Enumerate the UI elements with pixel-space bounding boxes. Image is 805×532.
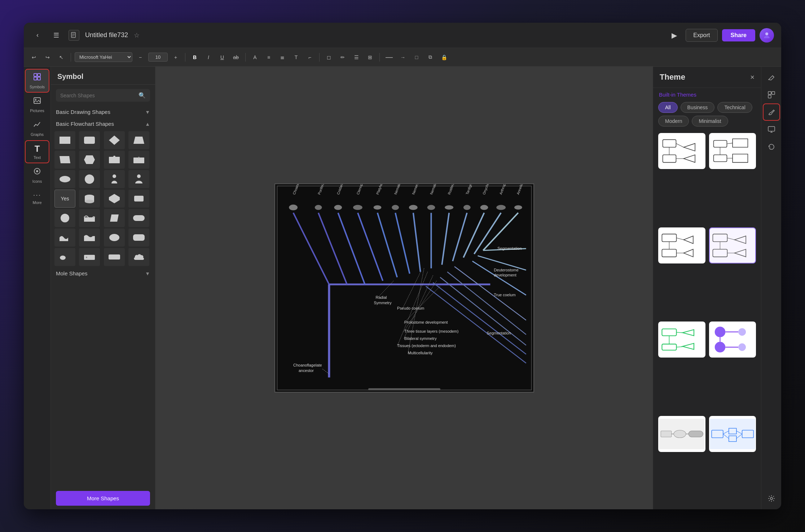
shape-rectangle[interactable]: [54, 131, 75, 149]
shape-small-dot[interactable]: [79, 248, 100, 266]
play-button[interactable]: ▶: [667, 28, 681, 43]
shape-person[interactable]: [104, 170, 125, 188]
edit-icon-btn[interactable]: [764, 70, 779, 85]
symbols-icon: [33, 72, 41, 83]
svg-marker-17: [60, 156, 70, 163]
theme-card-1[interactable]: [658, 133, 705, 169]
shape-wave2[interactable]: [54, 229, 75, 247]
svg-point-25: [113, 174, 116, 178]
share-button[interactable]: Share: [722, 29, 755, 41]
shape-circle[interactable]: [79, 170, 100, 188]
undo-button[interactable]: ↩: [28, 52, 40, 63]
basic-flowchart-title: Basic Flowchart Shapes: [56, 121, 114, 127]
search-box[interactable]: 🔍: [56, 89, 150, 102]
sidebar-item-icons[interactable]: Icons: [26, 164, 49, 186]
shape-trapezoid[interactable]: [128, 131, 149, 149]
font-decrease[interactable]: −: [135, 52, 146, 63]
shape-arrow-left[interactable]: [104, 190, 125, 208]
svg-text:True coelum: True coelum: [494, 293, 515, 297]
settings-icon-btn[interactable]: [764, 491, 779, 506]
shape-small-oval[interactable]: [54, 248, 75, 266]
font-size-input[interactable]: 10: [148, 53, 168, 62]
shape-bracket[interactable]: [128, 190, 149, 208]
sidebar-item-graphs[interactable]: Graphs: [26, 117, 49, 139]
filter-business[interactable]: Business: [681, 102, 715, 113]
shape-avatar[interactable]: [128, 170, 149, 188]
monitor-icon-btn[interactable]: [764, 121, 779, 137]
search-input[interactable]: [60, 93, 136, 98]
history-icon-btn[interactable]: [764, 139, 779, 155]
layout-icon-btn[interactable]: [764, 87, 779, 103]
theme-card-7[interactable]: [658, 416, 705, 452]
theme-close-button[interactable]: ×: [750, 73, 755, 81]
connector-button[interactable]: ⌐: [304, 52, 316, 63]
theme-card-6[interactable]: [709, 322, 756, 358]
filter-modern[interactable]: Modern: [658, 116, 689, 127]
theme-card-8[interactable]: [709, 416, 756, 452]
shape-fill-button[interactable]: □: [411, 52, 422, 63]
theme-card-2[interactable]: [709, 133, 756, 169]
shape-wave[interactable]: [79, 209, 100, 227]
shape-parallelogram[interactable]: [54, 151, 75, 169]
italic-button[interactable]: I: [203, 52, 214, 63]
bold-button[interactable]: B: [189, 52, 201, 63]
lock-button[interactable]: 🔒: [438, 52, 450, 63]
shape-rounded-rect[interactable]: [79, 131, 100, 149]
filter-minimalist[interactable]: Minimalist: [692, 116, 728, 127]
theme-card-5[interactable]: [658, 322, 705, 358]
shape-wavy2[interactable]: [79, 229, 100, 247]
list-button[interactable]: ☰: [351, 52, 362, 63]
shape-oval[interactable]: [54, 170, 75, 188]
arrange-button[interactable]: ⧉: [425, 52, 436, 63]
shape-ellipse2[interactable]: [104, 229, 125, 247]
sidebar-item-text[interactable]: T Text: [26, 141, 49, 163]
filter-technical[interactable]: Technical: [717, 102, 752, 113]
strikethrough-button[interactable]: ab: [230, 52, 242, 63]
shape-rounded-wide[interactable]: [128, 209, 149, 227]
table-button[interactable]: ⊞: [364, 52, 376, 63]
more-shapes-button[interactable]: More Shapes: [56, 491, 150, 506]
shape-parallelogram2[interactable]: [104, 209, 125, 227]
underline-button[interactable]: U: [216, 52, 228, 63]
shape-wide-rect[interactable]: [104, 248, 125, 266]
shape-hexagon[interactable]: [79, 151, 100, 169]
filter-all[interactable]: All: [658, 102, 678, 113]
horizontal-scrollbar[interactable]: [368, 388, 440, 390]
shape-diamond[interactable]: [104, 131, 125, 149]
shape-cylinder[interactable]: [79, 190, 100, 208]
shape-round-rect2[interactable]: [128, 229, 149, 247]
eraser-button[interactable]: ◻: [323, 52, 335, 63]
shape-dot-top[interactable]: [104, 151, 125, 169]
cursor-tool[interactable]: ↖: [56, 52, 67, 63]
svg-rect-8: [38, 77, 40, 80]
highlight-button[interactable]: ✏: [337, 52, 348, 63]
export-button[interactable]: Export: [686, 29, 717, 42]
sidebar-item-pictures[interactable]: Pictures: [26, 93, 49, 116]
shape-small-dot-top[interactable]: [128, 151, 149, 169]
theme-card-4[interactable]: [709, 227, 756, 263]
font-color-button[interactable]: A: [249, 52, 261, 63]
star-icon[interactable]: ☆: [134, 31, 140, 39]
menu-button[interactable]: ☰: [50, 29, 63, 42]
basic-flowchart-section-header[interactable]: Basic Flowchart Shapes ▲: [51, 118, 155, 130]
back-button[interactable]: ‹: [31, 29, 44, 42]
sidebar-item-more[interactable]: ··· More: [26, 188, 49, 208]
shape-circle2[interactable]: [54, 209, 75, 227]
line-spacing-button[interactable]: ≣: [277, 52, 288, 63]
redo-button[interactable]: ↪: [42, 52, 53, 63]
brush-icon-btn[interactable]: [764, 104, 779, 120]
mole-shapes-section-header[interactable]: Mole Shapes ▼: [51, 267, 155, 279]
text-format-button[interactable]: T: [290, 52, 302, 63]
sidebar-item-symbols[interactable]: Symbols: [26, 70, 49, 92]
canvas-area[interactable]: Choanoflagellata Porifera Cnidaria Cteno…: [155, 67, 653, 509]
shape-yes-label[interactable]: Yes: [54, 190, 75, 208]
font-selector[interactable]: Microsoft YaHei: [75, 52, 132, 62]
arrow-style-button[interactable]: →: [397, 52, 409, 63]
svg-point-186: [770, 497, 773, 500]
theme-card-3[interactable]: [658, 227, 705, 263]
align-button[interactable]: ≡: [263, 52, 274, 63]
basic-drawing-section-header[interactable]: Basic Drawing Shapes ▼: [51, 106, 155, 118]
font-increase[interactable]: +: [170, 52, 181, 63]
line-style-button[interactable]: —: [383, 52, 395, 63]
shape-cloud[interactable]: [128, 248, 149, 266]
